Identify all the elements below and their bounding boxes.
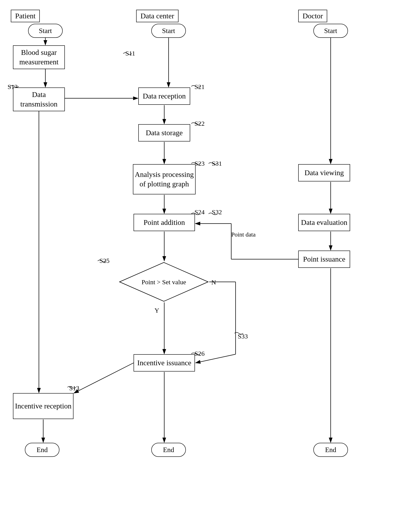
s25-label: S25 [99,257,110,264]
yes-label: Y [155,307,159,314]
incentive-issuance-box: Incentive issuance [134,354,195,372]
data-center-start: Start [151,24,186,38]
point-issuance-box: Point issuance [298,251,350,268]
data-transmission-box: Data transmission [13,87,65,111]
data-evaluation-box: Data evaluation [298,214,350,231]
point-addition-box: Point addition [134,214,195,231]
s33-label: S33 [238,333,248,340]
s26-label: S26 [195,350,205,357]
data-center-label: Data center [136,10,178,22]
s23-label: S23 [195,160,205,167]
patient-label: Patient [11,10,40,22]
s21-label: S21 [195,83,205,91]
data-center-end: End [151,443,186,457]
doctor-end: End [313,443,348,457]
point-condition-diamond: Point > Set value [118,261,209,302]
s31-label: S31 [212,160,222,167]
s32-label: S32 [212,208,222,216]
data-viewing-box: Data viewing [298,164,350,181]
flowchart: Patient Data center Doctor Start Start S… [0,0,405,532]
patient-start: Start [28,24,63,38]
s11-label: S11 [125,50,135,57]
doctor-start: Start [313,24,348,38]
blood-sugar-box: Blood sugar measurement [13,45,65,69]
svg-line-20 [74,363,134,393]
s24-label: S24 [195,208,205,216]
doctor-label: Doctor [298,10,327,22]
data-reception-box: Data reception [138,87,190,105]
point-data-label: Point data [231,231,256,238]
no-label: N [211,279,216,286]
s13-label: S13 [69,385,79,392]
data-storage-box: Data storage [138,124,190,141]
patient-end: End [25,443,60,457]
incentive-reception-box: Incentive reception [13,393,74,419]
s22-label: S22 [195,120,205,127]
analysis-processing-box: Analysis processing of plotting graph [133,164,196,194]
